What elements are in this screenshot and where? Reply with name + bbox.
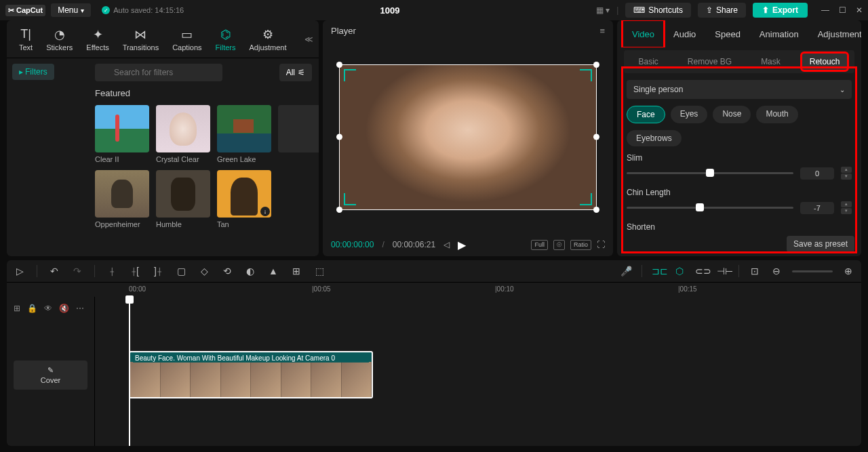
app-logo: ✂ CapCut (5, 5, 45, 16)
track-add-icon[interactable]: ⊞ (14, 304, 20, 313)
player-canvas[interactable] (323, 41, 613, 233)
slim-label: Slim (627, 153, 852, 163)
reverse-icon[interactable]: ⟲ (221, 266, 233, 276)
save-preset-button[interactable]: Save as preset (787, 236, 854, 252)
person-dropdown[interactable]: Single person⌄ (627, 80, 852, 99)
prev-frame-icon[interactable]: ◁ (443, 240, 450, 249)
close-icon[interactable]: ✕ (856, 5, 863, 15)
tab-video[interactable]: Video (623, 20, 664, 47)
track-more-icon[interactable]: ⋯ (76, 304, 84, 313)
split-icon[interactable]: ⟊ (106, 266, 118, 276)
shorten-label: Shorten (627, 222, 852, 232)
speed-icon[interactable]: ⊞ (290, 266, 302, 276)
zoom-slider[interactable] (792, 270, 833, 272)
filter-thumb[interactable]: Humble (156, 170, 210, 228)
pill-eyes[interactable]: Eyes (671, 106, 708, 123)
titlebar: ✂ CapCut Menu▾ ✓Auto saved: 14:15:16 100… (0, 0, 868, 20)
export-button[interactable]: ⬆ Export (753, 3, 808, 18)
ratio-button[interactable]: Ratio (570, 240, 591, 250)
split-right-icon[interactable]: ]⟊ (152, 266, 164, 276)
tab-stickers[interactable]: ◔Stickers (39, 27, 79, 52)
tab-filters[interactable]: ⌬Filters (209, 27, 243, 52)
chin-value[interactable]: -7 (800, 202, 834, 214)
mirror-icon[interactable]: ◐ (244, 266, 256, 276)
collapse-icon[interactable]: ≪ (304, 35, 313, 44)
layout-icon[interactable]: ▦ ▾ (596, 5, 610, 15)
pill-face[interactable]: Face (627, 106, 665, 123)
track-lock-icon[interactable]: 🔒 (27, 304, 37, 313)
filter-thumb[interactable]: Crystal Clear (156, 105, 210, 163)
autosnap-icon[interactable]: ⬡ (673, 266, 686, 276)
focus-icon[interactable]: ⦾ (553, 240, 565, 250)
freeze-icon[interactable]: ▲ (267, 266, 279, 276)
link-icon[interactable]: ⊂⊃ (695, 266, 707, 276)
tab-captions[interactable]: ▭Captions (165, 27, 208, 52)
preview-icon[interactable]: ⊡ (749, 266, 761, 276)
zoom-out-icon[interactable]: ⊖ (770, 266, 783, 276)
spinner-down[interactable]: ▾ (841, 208, 852, 214)
tab-text[interactable]: T|Text (12, 27, 39, 52)
filters-category[interactable]: ▸ Filters (12, 64, 54, 80)
current-time: 00:00:00:00 (331, 240, 374, 249)
chin-slider[interactable] (627, 207, 793, 209)
pill-eyebrows[interactable]: Eyebrows (627, 130, 682, 146)
tab-effects[interactable]: ✦Effects (79, 27, 115, 52)
delete-icon[interactable]: ▢ (175, 266, 187, 276)
shortcuts-button[interactable]: ⌨ Shortcuts (625, 3, 691, 18)
spinner-up[interactable]: ▴ (841, 201, 852, 207)
zoom-in-icon[interactable]: ⊕ (842, 266, 854, 276)
split-left-icon[interactable]: ⟊[ (129, 266, 141, 276)
tab-transitions[interactable]: ⋈Transitions (116, 27, 165, 52)
crop-tool-icon[interactable]: ⬚ (313, 266, 326, 276)
timeline-tracks[interactable]: Beauty Face. Woman With Beautiful Makeup… (95, 297, 861, 446)
filter-thumb[interactable]: Green Lake (217, 105, 271, 163)
pill-nose[interactable]: Nose (713, 106, 751, 123)
spinner-down[interactable]: ▾ (841, 173, 852, 180)
slim-value[interactable]: 0 (800, 167, 834, 180)
filter-thumb[interactable]: Clear II (95, 105, 149, 163)
slim-slider[interactable] (627, 172, 793, 174)
tab-adjustment-right[interactable]: Adjustment (808, 20, 861, 47)
redo-icon[interactable]: ↷ (71, 266, 83, 276)
subtab-retouch[interactable]: Retouch (802, 53, 848, 70)
filter-thumb[interactable] (278, 105, 319, 163)
track-mute-icon[interactable]: 🔇 (59, 304, 69, 313)
undo-icon[interactable]: ↶ (48, 266, 60, 276)
magnet-icon[interactable]: ⊐⊏ (652, 266, 664, 276)
pointer-tool[interactable]: ▷ (14, 266, 26, 276)
video-frame[interactable] (339, 64, 597, 210)
filter-thumb[interactable]: Oppenheimer (95, 170, 149, 228)
tab-audio[interactable]: Audio (664, 20, 705, 47)
minimize-icon[interactable]: — (821, 5, 829, 15)
timeline: ▷ ↶ ↷ ⟊ ⟊[ ]⟊ ▢ ◇ ⟲ ◐ ▲ ⊞ ⬚ 🎤 ⊐⊏ ⬡ ⊂⊃ ⊣⊢… (0, 256, 868, 446)
all-filter-button[interactable]: All ⚟ (279, 64, 312, 81)
spinner-up[interactable]: ▴ (841, 167, 852, 173)
filter-thumb[interactable]: ↓Tan (217, 170, 271, 228)
play-icon[interactable]: ▶ (458, 239, 466, 251)
tab-speed[interactable]: Speed (705, 20, 750, 47)
player-menu-icon[interactable]: ≡ (599, 26, 605, 36)
featured-heading: Featured (95, 88, 312, 98)
subtab-mask[interactable]: Mask (753, 53, 789, 70)
subtab-basic[interactable]: Basic (630, 53, 666, 70)
search-input[interactable] (95, 64, 222, 81)
menu-button[interactable]: Menu▾ (51, 3, 91, 17)
fullscreen-icon[interactable]: ⛶ (597, 240, 605, 250)
timeline-ruler[interactable]: 00:00 |00:05 |00:10 |00:15 (7, 282, 861, 297)
pill-mouth[interactable]: Mouth (756, 106, 797, 123)
full-button[interactable]: Full (531, 240, 548, 250)
align-icon[interactable]: ⊣⊢ (717, 266, 729, 276)
maximize-icon[interactable]: ☐ (839, 5, 846, 15)
cover-button[interactable]: ✎Cover (14, 361, 87, 390)
video-clip[interactable]: Beauty Face. Woman With Beautiful Makeup… (129, 351, 373, 398)
share-button[interactable]: ⇪ Share (698, 3, 746, 18)
mic-icon[interactable]: 🎤 (620, 266, 632, 276)
tab-animation[interactable]: Animation (750, 20, 808, 47)
subtab-removebg[interactable]: Remove BG (679, 53, 740, 70)
autosave-status: ✓Auto saved: 14:15:16 (102, 6, 184, 14)
tab-adjustment[interactable]: ⚙Adjustment (243, 27, 294, 52)
track-eye-icon[interactable]: 👁 (44, 304, 52, 313)
marker-icon[interactable]: ◇ (198, 266, 210, 276)
project-title: 1009 (189, 5, 591, 16)
properties-panel: Video Audio Speed Animation Adjustment ›… (617, 20, 861, 256)
